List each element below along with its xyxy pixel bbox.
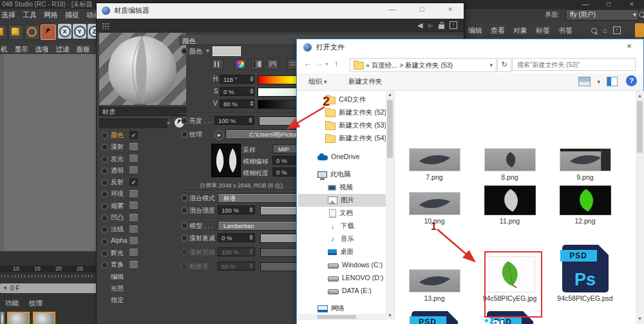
interface-dropdown[interactable]: ffy (用户) [565, 10, 639, 21]
channel-item[interactable]: 环境 [101, 189, 189, 200]
preview-pane-icon[interactable] [607, 77, 618, 86]
search-icon[interactable] [591, 28, 597, 33]
scrollbar-thumb[interactable] [637, 101, 643, 153]
sidebar-item-C4D文件[interactable]: C4D文件 [298, 93, 386, 106]
viewport-menu-item[interactable]: 机 [1, 44, 8, 54]
radio-dot-icon[interactable] [181, 249, 188, 256]
file-item[interactable]: PSDPs未标题_2.psdBaijingya [472, 303, 547, 324]
right-menu-item[interactable]: 查看 [491, 26, 505, 35]
sidebar-item-下载[interactable]: ↓下载 [298, 220, 386, 233]
axis-y-button[interactable]: Y [73, 24, 86, 39]
selection-tool-icon[interactable] [41, 24, 56, 40]
main-menu-item[interactable]: 工具 [23, 9, 37, 21]
maximize-icon[interactable]: □ [600, 0, 617, 8]
channel-checkbox[interactable] [129, 178, 138, 186]
channel-checkbox[interactable] [129, 202, 138, 209]
sidebar-item-文档[interactable]: 文档 [298, 207, 386, 220]
radio-dot-icon[interactable] [101, 214, 108, 222]
channel-item[interactable]: 漫射 [101, 142, 189, 153]
radio-dot-icon[interactable] [101, 226, 108, 233]
material-preview[interactable] [99, 33, 186, 105]
tree-scrollbar[interactable]: ▲ ▼ [386, 91, 394, 319]
viewport-menu-item[interactable]: 面板 [77, 44, 90, 54]
radio-dot-icon[interactable] [181, 195, 188, 202]
radio-dot-icon[interactable] [101, 262, 108, 269]
maximize-icon[interactable]: □ [412, 5, 431, 13]
forward-arrow-icon[interactable]: → [315, 59, 323, 68]
chevron-down-icon[interactable] [325, 61, 328, 67]
channel-item[interactable]: 反射 [101, 177, 189, 189]
image-icon[interactable] [267, 59, 279, 70]
filter-input[interactable] [99, 119, 167, 128]
files-scrollbar[interactable]: ▲ ▼ [636, 91, 644, 324]
channel-action[interactable]: 指定 [101, 295, 189, 307]
channel-checkbox[interactable] [129, 249, 138, 256]
material-name-field[interactable]: 材质 [99, 107, 186, 116]
search-icon[interactable] [639, 12, 644, 17]
viewport-menu-item[interactable]: 过滤 [56, 44, 70, 54]
manager-tab-功能[interactable]: 功能 [5, 299, 19, 308]
scroll-up-icon[interactable]: ▲ [636, 92, 644, 100]
sidebar-item-DATA (E:)[interactable]: DATA (E:) [298, 284, 386, 297]
hsv-sliders-icon[interactable] [211, 59, 223, 70]
channel-checkbox[interactable] [129, 225, 138, 233]
refresh-icon[interactable]: ↻ [497, 58, 511, 72]
radio-dot-icon[interactable] [181, 234, 188, 242]
sidebar-item-OneDrive[interactable]: OneDrive [298, 150, 386, 163]
tree-hscrollbar[interactable] [298, 314, 386, 320]
search-input[interactable]: 搜索"新建文件夹 (53)" [512, 58, 636, 71]
scroll-down-icon[interactable]: ▼ [636, 315, 644, 323]
back-arrow-icon[interactable]: ◀ [417, 21, 422, 30]
chevron-down-icon[interactable] [597, 79, 600, 85]
color-wheel-icon[interactable] [234, 59, 247, 70]
channel-checkbox[interactable] [129, 190, 138, 198]
stepper-icon[interactable] [249, 207, 254, 213]
channel-checkbox[interactable] [129, 214, 138, 222]
viewport-menu-item[interactable]: 显示 [15, 44, 28, 54]
right-menu-item[interactable]: 书签 [558, 26, 573, 35]
undo-icon[interactable] [0, 24, 8, 40]
close-icon[interactable]: × [440, 5, 460, 13]
cube-tool-icon[interactable] [8, 24, 24, 40]
channel-checkbox[interactable] [129, 143, 138, 151]
channel-action[interactable]: 光照 [101, 283, 189, 295]
home-icon[interactable]: ⌂ [603, 26, 607, 34]
channel-checkbox[interactable] [129, 237, 138, 245]
up-icon[interactable]: ↑ [613, 26, 621, 34]
back-arrow-icon[interactable]: ← [303, 59, 312, 68]
sidebar-item-图片[interactable]: 图片 [298, 194, 386, 207]
material-editor-titlebar[interactable]: 材质编辑器 — □ × [97, 3, 464, 19]
radio-dot-icon[interactable] [101, 156, 108, 163]
right-menu-item[interactable]: 标签 [536, 26, 550, 35]
minimize-icon[interactable]: — [383, 5, 402, 13]
close-icon[interactable]: × [620, 41, 638, 51]
right-menu-item[interactable]: 对象 [513, 26, 527, 35]
radio-dot-icon[interactable] [101, 191, 108, 198]
stepper-icon[interactable] [249, 234, 254, 240]
minimize-icon[interactable]: — [577, 0, 594, 8]
stepper-icon[interactable] [249, 249, 254, 254]
sidebar-item-新建文件夹 (54)[interactable]: 新建文件夹 (54) [298, 132, 386, 145]
forward-arrow-icon[interactable]: ▶ [428, 21, 433, 30]
channel-item[interactable]: 透明 [101, 166, 189, 177]
main-menu-item[interactable]: 网格 [44, 9, 58, 21]
viewport-menu-item[interactable]: 选项 [35, 44, 49, 54]
hue-value[interactable]: 118 ° [220, 75, 254, 84]
radio-dot-icon[interactable] [101, 238, 108, 245]
chevron-down-icon[interactable] [489, 59, 493, 71]
radio-dot-icon[interactable] [181, 207, 188, 214]
stepper-icon[interactable] [249, 263, 254, 269]
file-item[interactable]: PSDPs未标题_1.psd [397, 303, 472, 324]
scroll-up-icon[interactable]: ▲ [386, 91, 394, 99]
channel-item[interactable]: 颜色 [101, 130, 189, 142]
viewport[interactable] [0, 54, 102, 251]
sidebar-item-桌面[interactable]: 桌面 [298, 245, 386, 258]
radio-dot-icon[interactable] [181, 117, 188, 124]
saturation-value[interactable]: 0 % [220, 87, 254, 96]
channel-item[interactable]: 凹凸 [101, 213, 189, 224]
material-thumbnail[interactable] [0, 312, 5, 324]
channel-checkbox[interactable] [129, 155, 138, 162]
file-item[interactable]: 13.png [397, 223, 472, 302]
radio-dot-icon[interactable] [101, 144, 108, 151]
timeline-ruler[interactable]: 10152025 [0, 265, 98, 272]
